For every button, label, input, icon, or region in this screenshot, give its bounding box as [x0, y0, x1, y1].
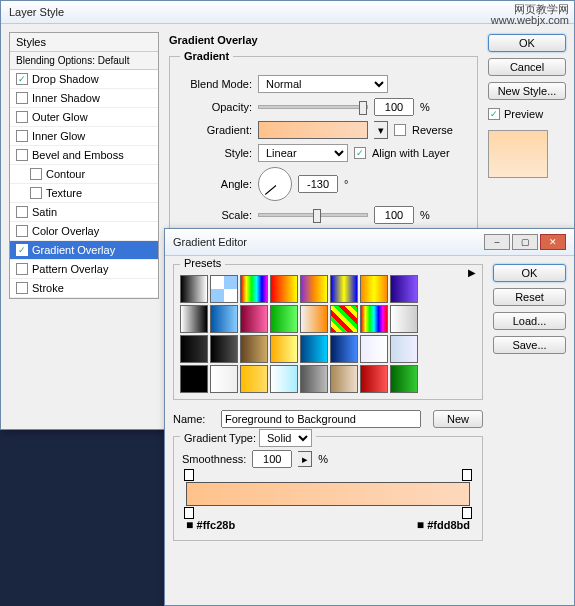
ge-ok-button[interactable]: OK — [493, 264, 566, 282]
preset-swatch[interactable] — [210, 335, 238, 363]
scale-input[interactable] — [374, 206, 414, 224]
preset-swatch[interactable] — [180, 365, 208, 393]
style-item-outer-glow[interactable]: Outer Glow — [10, 108, 158, 127]
minimize-icon[interactable]: – — [484, 234, 510, 250]
preset-swatch[interactable] — [210, 365, 238, 393]
gradient-swatch[interactable] — [258, 121, 368, 139]
preset-swatch[interactable] — [270, 275, 298, 303]
style-item-satin[interactable]: Satin — [10, 203, 158, 222]
preset-swatch[interactable] — [390, 275, 418, 303]
preset-swatch[interactable] — [300, 365, 328, 393]
gradient-label: Gradient: — [180, 124, 252, 136]
preset-swatch[interactable] — [210, 305, 238, 333]
preset-swatch[interactable] — [270, 365, 298, 393]
style-checkbox[interactable] — [30, 187, 42, 199]
new-style-button[interactable]: New Style... — [488, 82, 566, 100]
preset-swatch[interactable] — [360, 275, 388, 303]
align-checkbox[interactable]: ✓ — [354, 147, 366, 159]
style-label: Style: — [180, 147, 252, 159]
style-item-inner-shadow[interactable]: Inner Shadow — [10, 89, 158, 108]
style-checkbox[interactable] — [16, 149, 28, 161]
ge-load-button[interactable]: Load... — [493, 312, 566, 330]
preset-swatch[interactable] — [360, 335, 388, 363]
preset-swatch[interactable] — [330, 305, 358, 333]
style-checkbox[interactable] — [16, 206, 28, 218]
gradient-dropdown-icon[interactable]: ▾ — [374, 121, 388, 139]
preset-swatch[interactable] — [180, 335, 208, 363]
preset-swatch[interactable] — [210, 275, 238, 303]
gradient-editor-titlebar[interactable]: Gradient Editor – ▢ ✕ — [165, 229, 574, 256]
opacity-stop-right[interactable] — [462, 469, 472, 481]
style-item-inner-glow[interactable]: Inner Glow — [10, 127, 158, 146]
new-gradient-button[interactable]: New — [433, 410, 483, 428]
gradient-bar[interactable] — [186, 482, 470, 506]
reverse-checkbox[interactable] — [394, 124, 406, 136]
preset-swatch[interactable] — [390, 335, 418, 363]
preset-swatch[interactable] — [180, 275, 208, 303]
maximize-icon[interactable]: ▢ — [512, 234, 538, 250]
preset-swatch[interactable] — [240, 365, 268, 393]
gradient-type-select[interactable]: Solid — [259, 429, 312, 447]
preset-swatch[interactable] — [330, 335, 358, 363]
ok-button[interactable]: OK — [488, 34, 566, 52]
preset-swatch[interactable] — [240, 275, 268, 303]
gradient-name-input[interactable] — [221, 410, 421, 428]
style-item-texture[interactable]: Texture — [10, 184, 158, 203]
style-checkbox[interactable] — [16, 225, 28, 237]
preset-swatch[interactable] — [360, 305, 388, 333]
close-icon[interactable]: ✕ — [540, 234, 566, 250]
preset-swatch[interactable] — [270, 335, 298, 363]
style-checkbox[interactable] — [30, 168, 42, 180]
style-checkbox[interactable] — [16, 282, 28, 294]
opacity-label: Opacity: — [180, 101, 252, 113]
preset-swatch[interactable] — [390, 305, 418, 333]
style-checkbox[interactable] — [16, 111, 28, 123]
scale-slider[interactable] — [258, 213, 368, 217]
preset-swatch[interactable] — [270, 305, 298, 333]
style-checkbox[interactable] — [16, 263, 28, 275]
layer-style-titlebar[interactable]: Layer Style — [1, 1, 574, 24]
blend-mode-select[interactable]: Normal — [258, 75, 388, 93]
preset-swatch[interactable] — [390, 365, 418, 393]
preset-swatch[interactable] — [330, 275, 358, 303]
smoothness-input[interactable] — [252, 450, 292, 468]
style-checkbox[interactable]: ✓ — [16, 73, 28, 85]
smoothness-dropdown-icon[interactable]: ▸ — [298, 451, 312, 467]
style-checkbox[interactable]: ✓ — [16, 244, 28, 256]
cancel-button[interactable]: Cancel — [488, 58, 566, 76]
opacity-slider[interactable] — [258, 105, 368, 109]
ge-reset-button[interactable]: Reset — [493, 288, 566, 306]
style-item-pattern-overlay[interactable]: Pattern Overlay — [10, 260, 158, 279]
ge-save-button[interactable]: Save... — [493, 336, 566, 354]
opacity-input[interactable] — [374, 98, 414, 116]
preset-swatch[interactable] — [300, 335, 328, 363]
style-item-stroke[interactable]: Stroke — [10, 279, 158, 298]
style-item-bevel-and-emboss[interactable]: Bevel and Emboss — [10, 146, 158, 165]
angle-input[interactable] — [298, 175, 338, 193]
style-item-drop-shadow[interactable]: ✓Drop Shadow — [10, 70, 158, 89]
preview-checkbox[interactable]: ✓ — [488, 108, 500, 120]
angle-dial[interactable] — [258, 167, 292, 201]
style-item-color-overlay[interactable]: Color Overlay — [10, 222, 158, 241]
preview-label: Preview — [504, 108, 543, 120]
style-item-gradient-overlay[interactable]: ✓Gradient Overlay — [10, 241, 158, 260]
preset-swatch[interactable] — [240, 305, 268, 333]
blending-options-default[interactable]: Blending Options: Default — [10, 52, 158, 70]
style-checkbox[interactable] — [16, 130, 28, 142]
style-checkbox[interactable] — [16, 92, 28, 104]
color-stop-left[interactable] — [184, 507, 194, 519]
styles-header[interactable]: Styles — [10, 33, 158, 52]
preset-swatch[interactable] — [240, 335, 268, 363]
preset-swatch[interactable] — [360, 365, 388, 393]
blend-mode-label: Blend Mode: — [180, 78, 252, 90]
gradient-group-label: Gradient — [180, 50, 233, 62]
preset-swatch[interactable] — [300, 305, 328, 333]
color-stop-right[interactable] — [462, 507, 472, 519]
preset-swatch[interactable] — [180, 305, 208, 333]
style-select[interactable]: Linear — [258, 144, 348, 162]
style-item-contour[interactable]: Contour — [10, 165, 158, 184]
presets-menu-icon[interactable]: ▶ — [468, 267, 476, 278]
opacity-stop-left[interactable] — [184, 469, 194, 481]
preset-swatch[interactable] — [330, 365, 358, 393]
preset-swatch[interactable] — [300, 275, 328, 303]
